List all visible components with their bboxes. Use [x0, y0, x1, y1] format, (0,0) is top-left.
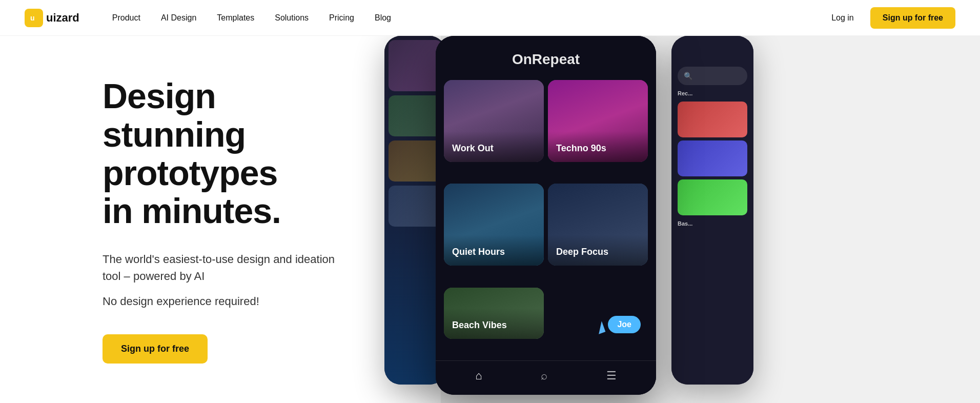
- phone-right: 🔍 Rec... Bas...: [671, 36, 753, 385]
- hero-section: Design stunning prototypes in minutes. T…: [0, 36, 980, 403]
- login-button[interactable]: Log in: [823, 9, 862, 27]
- card-deep: Deep Focus: [548, 184, 648, 266]
- phone-right-label-rec: Rec...: [678, 88, 747, 98]
- logo-text: uizard: [46, 11, 79, 25]
- nav-templates[interactable]: Templates: [209, 9, 262, 27]
- phone-app-header: OnRepeat: [436, 36, 656, 76]
- onrepeat-title: OnRepeat: [446, 51, 646, 68]
- nav-search-icon: ⌕: [541, 369, 547, 382]
- card-deep-label: Deep Focus: [556, 247, 640, 257]
- phones-container: OnRepeat Work Out Techn: [384, 36, 980, 403]
- hero-signup-button[interactable]: Sign up for free: [103, 334, 208, 364]
- nav-actions: Log in Sign up for free: [823, 7, 955, 29]
- card-quiet: Quiet Hours: [444, 184, 544, 266]
- card-techno-label: Techno 90s: [556, 143, 640, 154]
- nav-home-icon: ⌂: [475, 369, 482, 382]
- hero-content: Design stunning prototypes in minutes. T…: [0, 36, 384, 403]
- navbar: u uizard Product AI Design Templates Sol…: [0, 0, 980, 36]
- phone-right-card-2: [678, 140, 747, 176]
- phone-right-inner: 🔍 Rec... Bas...: [671, 36, 753, 385]
- card-workout: Work Out: [444, 80, 544, 162]
- phone-bottom-nav: ⌂ ⌕ ☰: [436, 360, 656, 395]
- hero-description-1: The world's easiest-to-use design and id…: [103, 251, 343, 285]
- nav-library-icon: ☰: [606, 369, 617, 382]
- hero-title-line1: Design stunning: [103, 76, 246, 154]
- phone-right-search: 🔍: [678, 67, 747, 85]
- card-quiet-label: Quiet Hours: [452, 247, 536, 257]
- phone-right-label-bas: Bas...: [678, 218, 747, 229]
- phone-screen: OnRepeat Work Out Techn: [436, 36, 656, 395]
- hero-title: Design stunning prototypes in minutes.: [103, 77, 343, 230]
- nav-pricing[interactable]: Pricing: [321, 9, 362, 27]
- hero-visual: OnRepeat Work Out Techn: [384, 36, 980, 403]
- nav-ai-design[interactable]: AI Design: [153, 9, 205, 27]
- card-techno: Techno 90s: [548, 80, 648, 162]
- logo[interactable]: u uizard: [25, 9, 79, 27]
- nav-links: Product AI Design Templates Solutions Pr…: [104, 9, 823, 27]
- search-icon-small: 🔍: [684, 72, 692, 80]
- hero-description-2: No design experience required!: [103, 293, 343, 310]
- signup-button-nav[interactable]: Sign up for free: [870, 7, 955, 29]
- svg-text:u: u: [30, 14, 35, 22]
- card-workout-label: Work Out: [452, 143, 536, 154]
- nav-blog[interactable]: Blog: [366, 9, 399, 27]
- hero-title-line2: prototypes: [103, 153, 277, 192]
- joe-cursor: Joe: [597, 316, 641, 333]
- nav-solutions[interactable]: Solutions: [267, 9, 317, 27]
- phone-right-card-1: [678, 102, 747, 137]
- logo-icon: u: [25, 9, 43, 27]
- cursor-arrow-icon: [595, 321, 606, 334]
- joe-bubble: Joe: [608, 316, 641, 333]
- nav-product[interactable]: Product: [104, 9, 149, 27]
- card-beach: Beach Vibes: [444, 288, 544, 339]
- phone-center: OnRepeat Work Out Techn: [436, 36, 656, 395]
- phone-right-card-3: [678, 179, 747, 215]
- card-beach-label: Beach Vibes: [452, 320, 536, 331]
- hero-title-line3: in minutes.: [103, 191, 281, 230]
